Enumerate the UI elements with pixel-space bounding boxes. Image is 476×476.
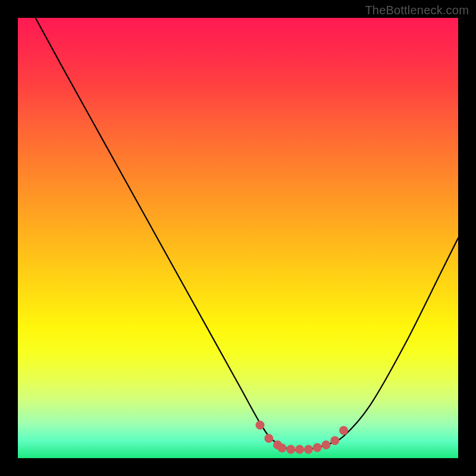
bottleneck-curve-line [36,18,458,450]
bottleneck-marker-dot [339,426,348,435]
chart-plot-area [18,18,458,458]
bottleneck-marker-dot [256,421,265,430]
watermark-text: TheBottleneck.com [365,4,469,17]
bottleneck-marker-dot [286,445,295,454]
bottleneck-marker-dot [295,445,304,454]
bottleneck-marker-dot [330,436,339,445]
bottleneck-marker-dot [313,443,322,452]
bottleneck-marker-dot [322,440,331,449]
bottleneck-marker-dot [304,445,313,454]
bottleneck-marker-dot [264,434,273,443]
bottleneck-marker-dot [278,443,287,452]
bottleneck-marker-group [256,421,349,454]
chart-svg [18,18,458,458]
